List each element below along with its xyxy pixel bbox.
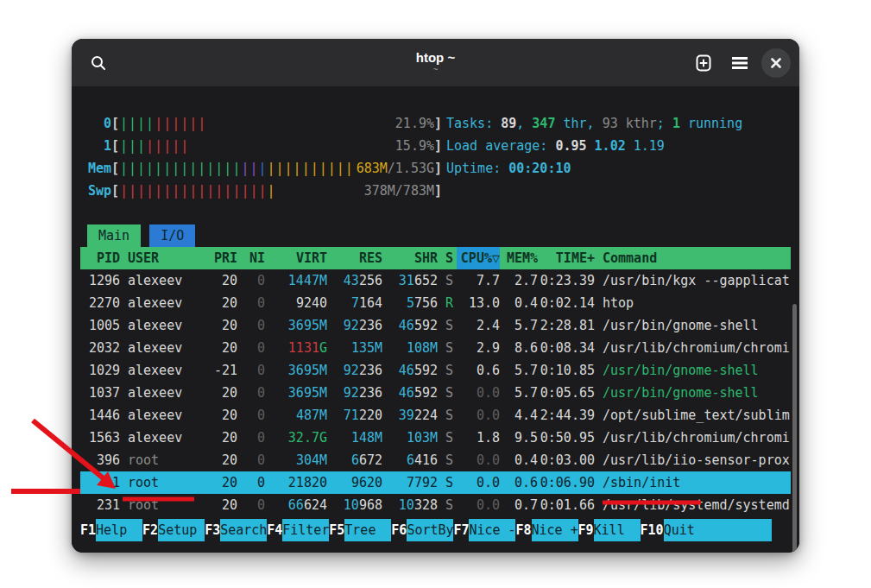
column-header-time[interactable]: TIME+ [538, 247, 595, 269]
column-header-pri[interactable]: PRI [205, 247, 237, 269]
meter-value: 15.9% [395, 135, 434, 157]
scrollbar[interactable] [792, 304, 797, 553]
column-header-ni[interactable]: NI [237, 247, 265, 269]
table-row[interactable]: 1296alexeev2001447M4325631652S7.72.70:23… [80, 269, 791, 292]
cell-pid: 2032 [80, 337, 120, 359]
text-segment: S [445, 273, 453, 288]
fkey-label-help[interactable]: Help [96, 519, 142, 541]
fkey-label-setup[interactable]: Setup [158, 519, 205, 541]
column-header-cmd[interactable]: Command [595, 247, 791, 269]
fkey-key-f3[interactable]: F3 [205, 519, 220, 541]
cell-mem: 9.5 [500, 427, 538, 449]
cell-mem: 0.4 [500, 449, 538, 471]
table-row[interactable]: 2032alexeev2001131G135M108MS2.98.60:08.3… [80, 337, 791, 359]
meter-bar-group: ||||| [146, 138, 189, 154]
table-row[interactable]: 1005alexeev2003695M9223646592S2.45.72:28… [80, 314, 791, 337]
cell-res: 92236 [327, 382, 382, 404]
text-segment: 1296 [89, 273, 120, 288]
cell-virt: 3695M [265, 359, 327, 382]
cell-pid: 2270 [80, 292, 120, 314]
meter-cpu-0: 0[||||||||||21.9%] [80, 112, 443, 135]
text-segment: 683M [357, 161, 388, 176]
cell-virt: 3695M [265, 382, 327, 404]
cell-s: S [438, 337, 457, 359]
cell-user: alexeev [120, 269, 205, 292]
text-segment: 0.6 [514, 475, 538, 490]
text-segment: 0:08.34 [540, 340, 595, 356]
fkey-key-f10[interactable]: F10 [641, 519, 664, 541]
table-row[interactable]: 1029alexeev-2103695M9223646592S0.65.70:1… [80, 359, 791, 382]
fkey-label-filter[interactable]: Filter [282, 519, 329, 541]
cell-res: 92236 [327, 359, 382, 382]
fkey-label-nice[interactable]: Nice - [469, 519, 515, 541]
menu-button[interactable] [725, 48, 754, 78]
fkey-label-quit[interactable]: Quit [664, 519, 772, 541]
cell-time: 0:10.85 [538, 359, 595, 382]
meter-bars: |||||||||||||||||||||||||||683M/1.53G [120, 157, 434, 180]
text-segment: /opt/sublime_text/sublim [603, 408, 790, 423]
cell-time: 2:44.39 [538, 404, 595, 427]
column-header-pid[interactable]: PID [80, 247, 120, 269]
cell-res: 135M [327, 337, 382, 359]
text-segment: 92 [344, 363, 359, 378]
close-button[interactable] [761, 48, 791, 78]
text-segment: 2.4 [477, 318, 500, 333]
column-header-res[interactable]: RES [327, 247, 382, 269]
fkey-label-kill[interactable]: Kill [594, 519, 641, 541]
cell-cmd: /usr/bin/gnome-shell [595, 359, 791, 382]
fkey-key-f7[interactable]: F7 [453, 519, 469, 541]
text-segment: 6 [407, 452, 414, 468]
fkey-key-f6[interactable]: F6 [391, 519, 407, 541]
column-header-user[interactable]: USER [120, 247, 205, 269]
table-row[interactable]: 1037alexeev2003695M9223646592S0.05.70:05… [80, 382, 791, 404]
process-table: 1296alexeev2001447M4325631652S7.72.70:23… [80, 269, 791, 516]
text-segment: 231 [97, 497, 120, 513]
fkey-label-search[interactable]: Search [220, 519, 267, 541]
meter-label: 1 [80, 135, 111, 157]
search-button[interactable] [84, 48, 113, 78]
fkey-key-f2[interactable]: F2 [142, 519, 158, 541]
cell-time: 0:03.00 [538, 449, 595, 471]
info-load-average: Load average: 0.95 1.02 1.19 [446, 135, 791, 157]
tab-io[interactable]: I/O [149, 224, 195, 247]
column-header-mem[interactable]: MEM% [500, 247, 538, 269]
table-row[interactable]: 231root200666241096810328S0.00.70:01.66/… [80, 494, 791, 516]
fkey-key-f5[interactable]: F5 [329, 519, 344, 541]
text-segment: 592 [414, 385, 438, 401]
meter-bracket-open: [ [111, 180, 120, 202]
column-header-virt[interactable]: VIRT [265, 247, 327, 269]
fkey-key-f4[interactable]: F4 [267, 519, 282, 541]
fkey-label-sortby[interactable]: SortBy [407, 519, 453, 541]
text-segment: /usr/lib/chromium/chromi [603, 430, 790, 446]
text-segment: 378M/783M [364, 183, 434, 199]
column-header-s[interactable]: S [438, 247, 457, 269]
text-segment: /1.53G [388, 161, 434, 176]
text-segment: S [445, 385, 453, 401]
table-row[interactable]: 396root200304M66726416S0.00.40:03.00/usr… [80, 449, 791, 471]
text-segment: alexeev [128, 340, 182, 356]
fkey-label-tree[interactable]: Tree [344, 519, 391, 541]
text-segment: 5.7 [514, 385, 538, 401]
fkey-key-f8[interactable]: F8 [515, 519, 531, 541]
text-segment: 3695M [288, 363, 327, 378]
cell-cmd: /usr/lib/iio-sensor-prox [595, 449, 791, 471]
table-row-selected[interactable]: 1root2002182096207792S0.00.60:06.90/sbin… [80, 471, 791, 494]
column-header-shr[interactable]: SHR [382, 247, 438, 269]
cell-virt: 66624 [265, 494, 327, 516]
cell-shr: 39224 [382, 404, 438, 427]
table-header: PIDUSERPRINIVIRTRESSHRSCPU%▽MEM%TIME+Com… [80, 247, 791, 269]
table-row[interactable]: 2270alexeev200924071645756R13.00.40:02.1… [80, 292, 791, 314]
fkey-key-f9[interactable]: F9 [578, 519, 594, 541]
table-row[interactable]: 1563alexeev20032.7G148M103MS1.89.50:50.9… [80, 427, 791, 449]
new-tab-button[interactable] [689, 48, 718, 78]
text-segment: root [128, 475, 159, 490]
meter-bracket-open: [ [111, 135, 120, 157]
table-row[interactable]: 1446alexeev200487M7122039224S0.04.42:44.… [80, 404, 791, 427]
text-segment: 108M [407, 340, 438, 356]
text-segment: 10 [344, 497, 359, 513]
fkey-label-nice[interactable]: Nice + [532, 519, 578, 541]
fkey-key-f1[interactable]: F1 [80, 519, 96, 541]
text-segment: 7792 [407, 475, 438, 490]
column-header-cpu[interactable]: CPU%▽ [457, 247, 500, 269]
tab-main[interactable]: Main [87, 224, 141, 247]
